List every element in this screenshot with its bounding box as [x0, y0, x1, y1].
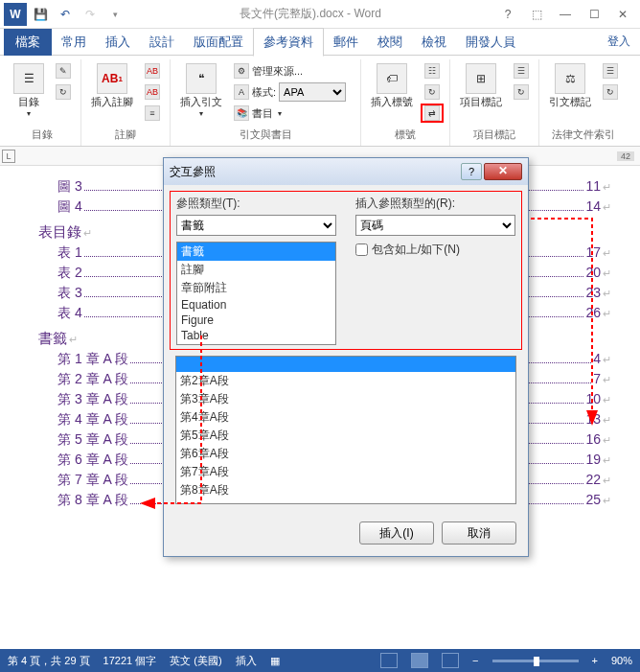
paragraph-mark-icon: ↵ [603, 475, 611, 487]
qat-dropdown-icon[interactable]: ▾ [103, 3, 126, 26]
undo-icon[interactable]: ↶ [54, 3, 77, 26]
ref-type-option[interactable]: 註腳 [177, 261, 335, 279]
update-tof-button[interactable]: ↻ [421, 82, 444, 102]
toc-label: 第 4 章 A 段 [57, 411, 128, 429]
insert-tof-button[interactable]: ☷ [421, 61, 444, 81]
quick-access-toolbar: W 💾 ↶ ↷ ▾ [4, 3, 126, 26]
list-item[interactable]: 第3章A段 [176, 390, 515, 408]
redo-icon[interactable]: ↷ [79, 3, 102, 26]
citation-style-select[interactable]: A樣式: APA [230, 82, 354, 102]
tab-view[interactable]: 檢視 [412, 29, 456, 56]
paragraph-mark-icon: ↵ [603, 288, 611, 300]
cancel-button[interactable]: 取消 [442, 521, 516, 545]
insert-button[interactable]: 插入(I) [359, 521, 434, 545]
zoom-out-icon[interactable]: − [472, 655, 478, 666]
paragraph-mark-icon: ↵ [603, 201, 611, 214]
next-footnote-button[interactable]: AB [141, 82, 164, 102]
login-link[interactable]: 登入 [598, 29, 640, 55]
close-icon[interactable]: ✕ [609, 5, 636, 24]
include-above-below-check[interactable]: 包含如上/如下(N) [355, 242, 515, 258]
mark-citation-button[interactable]: ⚖ 引文標記 [545, 61, 595, 109]
ribbon-toggle-icon[interactable]: ⬚ [523, 5, 550, 24]
update-index-button[interactable]: ↻ [510, 82, 533, 102]
window-title: 長文件(完整版).docx - Word [126, 6, 494, 22]
toc-label: 第 5 章 A 段 [57, 431, 128, 449]
save-icon[interactable]: 💾 [29, 3, 52, 26]
paragraph-mark-icon: ↵ [69, 334, 78, 346]
manage-sources-button[interactable]: ⚙管理來源... [230, 61, 354, 81]
toc-label: 表 3 [57, 285, 82, 302]
list-item[interactable]: 第6章A段 [176, 445, 515, 463]
view-print-icon[interactable] [411, 653, 428, 668]
update-toa-button[interactable]: ↻ [599, 82, 622, 102]
file-tab[interactable]: 檔案 [4, 29, 52, 56]
paragraph-mark-icon: ↵ [603, 181, 611, 194]
status-macro-icon[interactable]: ▦ [270, 655, 280, 667]
toc-button[interactable]: ☰ 目錄 ▾ [10, 61, 48, 120]
view-read-icon[interactable] [380, 653, 398, 668]
ref-type-dropdown-list[interactable]: 書籤註腳章節附註EquationFigureTable [176, 242, 336, 345]
mark-entry-button[interactable]: ⊞ 項目標記 [456, 61, 506, 109]
tab-developer[interactable]: 開發人員 [456, 29, 525, 56]
status-insertmode[interactable]: 插入 [236, 654, 257, 668]
bibliography-button[interactable]: 📚書目▾ [230, 104, 354, 123]
group-citation: ❝ 插入引文 ▾ ⚙管理來源... A樣式: APA 📚書目▾ 引文與書目 [171, 59, 361, 146]
insert-citation-button[interactable]: ❝ 插入引文 ▾ [176, 61, 226, 120]
list-item[interactable]: 第5章A段 [176, 427, 515, 445]
dialog-titlebar[interactable]: 交互參照 ? ✕ [164, 158, 528, 185]
status-page[interactable]: 第 4 頁，共 29 頁 [8, 654, 90, 668]
insert-footnote-button[interactable]: AB1 插入註腳 [87, 61, 137, 109]
maximize-icon[interactable]: ☐ [581, 5, 607, 24]
list-item[interactable] [176, 357, 515, 372]
insert-toa-button[interactable]: ☰ [599, 61, 622, 81]
ref-type-option[interactable]: Table [177, 328, 335, 343]
status-language[interactable]: 英文 (美國) [170, 654, 221, 668]
toc-label: 第 8 章 A 段 [57, 492, 128, 509]
toc-icon: ☰ [13, 63, 44, 94]
toc-label: 第 1 章 A 段 [57, 351, 128, 368]
style-dropdown[interactable]: APA [279, 82, 346, 102]
ref-type-option[interactable]: Figure [177, 313, 335, 328]
insert-endnote-button[interactable]: AB [141, 61, 164, 81]
ref-type-option[interactable]: Equation [177, 297, 335, 313]
tab-design[interactable]: 設計 [140, 29, 184, 56]
list-item[interactable]: 第4章A段 [176, 408, 515, 427]
ref-type-select[interactable]: 書籤 [176, 215, 336, 236]
tab-layout[interactable]: 版面配置 [184, 29, 253, 56]
ref-type-option[interactable]: 章節附註 [177, 279, 335, 297]
zoom-in-icon[interactable]: + [592, 655, 598, 666]
list-item[interactable]: 第7章A段 [176, 463, 515, 481]
zoom-level[interactable]: 90% [611, 655, 632, 666]
ref-type-option[interactable]: 書籤 [177, 243, 335, 261]
tab-references[interactable]: 參考資料 [253, 28, 324, 57]
update-toc-button[interactable]: ↻ [52, 82, 75, 102]
reference-target-list[interactable]: 第2章A段第3章A段第4章A段第5章A段第6章A段第7章A段第8章A段 [175, 356, 516, 504]
minimize-icon[interactable]: — [552, 5, 579, 24]
word-icon[interactable]: W [4, 3, 27, 26]
ribbon-tabs: 檔案 常用 插入 設計 版面配置 參考資料 郵件 校閱 檢視 開發人員 登入 [0, 29, 640, 56]
insert-index-button[interactable]: ☰ [510, 61, 533, 81]
toc-page: 20 [585, 265, 601, 280]
add-text-button[interactable]: ✎ [52, 61, 75, 81]
help-icon[interactable]: ? [494, 5, 521, 24]
view-web-icon[interactable] [442, 653, 459, 668]
cross-reference-button[interactable]: ⇄ [421, 104, 444, 123]
show-notes-button[interactable]: ≡ [141, 104, 164, 123]
ruler-tab-stop[interactable]: L [2, 150, 15, 163]
zoom-slider[interactable] [492, 660, 579, 662]
dialog-close-icon[interactable]: ✕ [484, 163, 522, 180]
insert-ref-select[interactable]: 頁碼 [355, 215, 515, 236]
list-item[interactable]: 第2章A段 [176, 372, 515, 390]
tab-mailings[interactable]: 郵件 [324, 29, 368, 56]
include-label-text: 包含如上/如下(N) [372, 242, 460, 258]
ruler-end: 42 [617, 151, 634, 161]
list-item[interactable]: 第8章A段 [176, 481, 515, 499]
status-wordcount[interactable]: 17221 個字 [103, 654, 157, 668]
tab-home[interactable]: 常用 [52, 29, 96, 56]
tab-review[interactable]: 校閱 [368, 29, 412, 56]
insert-caption-button[interactable]: 🏷 插入標號 [367, 61, 417, 109]
include-checkbox[interactable] [355, 243, 368, 256]
group-legal: ⚖ 引文標記 ☰ ↻ 法律文件索引 [539, 59, 628, 146]
dialog-help-icon[interactable]: ? [461, 163, 482, 180]
tab-insert[interactable]: 插入 [96, 29, 140, 56]
